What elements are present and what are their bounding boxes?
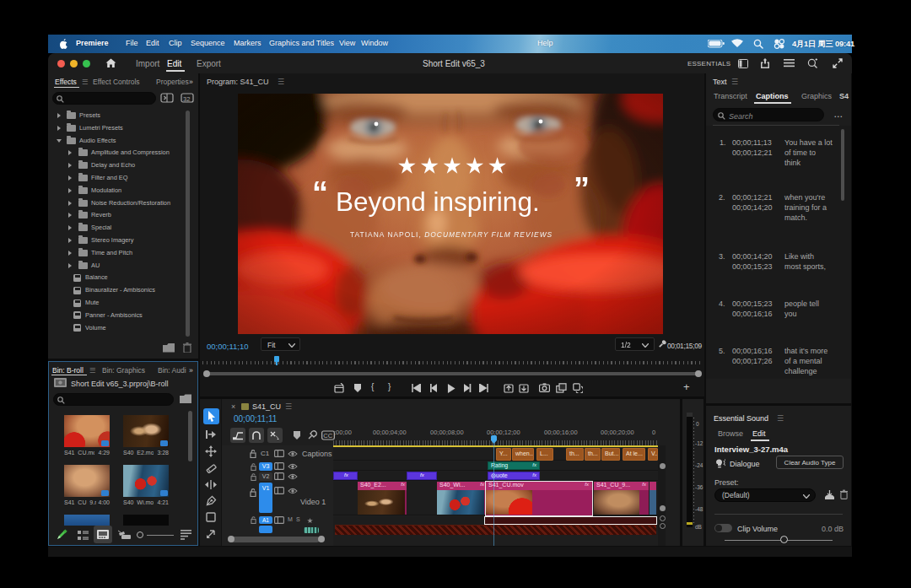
svg-text:“: “ [312,175,328,211]
svg-text:CC: CC [323,432,332,440]
svg-text:”: ” [574,171,590,207]
svg-text:TATIANA NAPOLI, DOCUMENTARY FI: TATIANA NAPOLI, DOCUMENTARY FILM REVIEWS [350,230,553,239]
svg-text:Beyond inspiring.: Beyond inspiring. [336,186,540,217]
svg-text:32: 32 [183,95,190,103]
